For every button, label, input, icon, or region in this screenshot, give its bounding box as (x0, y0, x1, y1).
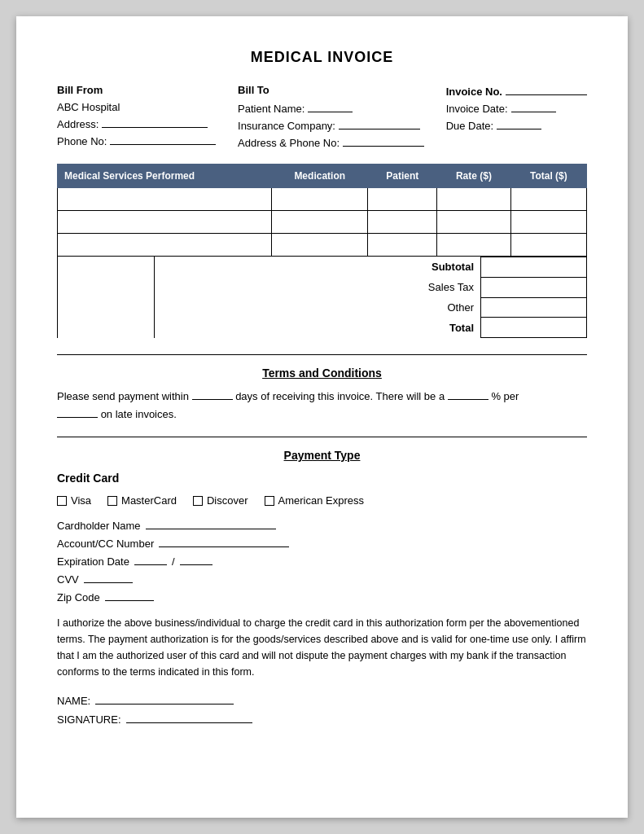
subtotal-value[interactable] (481, 257, 587, 278)
card-types: Visa MasterCard Discover American Expres… (57, 494, 587, 507)
cvv-input[interactable] (84, 572, 133, 583)
invoice-no-label: Invoice No. (446, 86, 502, 98)
amex-label: American Express (278, 494, 364, 507)
row1-services[interactable] (58, 188, 272, 211)
bill-address-line: Address & Phone No: (238, 135, 424, 149)
cvv-label: CVV (57, 573, 79, 586)
other-label: Other (359, 297, 481, 318)
mastercard-label: MasterCard (121, 494, 177, 507)
bill-from-col: Bill From ABC Hospital Address: Phone No… (57, 84, 216, 149)
cardholder-line: Cardholder Name (57, 518, 587, 532)
exp-year-input[interactable] (180, 554, 212, 565)
row1-total[interactable] (510, 188, 586, 211)
amex-option[interactable]: American Express (265, 494, 364, 507)
divider1 (57, 354, 587, 355)
patient-line: Patient Name: (238, 101, 424, 115)
bill-from-company: ABC Hospital (57, 101, 216, 113)
mastercard-option[interactable]: MasterCard (107, 494, 177, 507)
row1-medication[interactable] (272, 188, 368, 211)
due-date-input[interactable] (497, 118, 541, 129)
mastercard-checkbox[interactable] (107, 496, 117, 506)
signature-line: SIGNATURE: (57, 712, 587, 726)
invoice-page: MEDICAL INVOICE Bill From ABC Hospital A… (16, 16, 628, 818)
invoice-date-input[interactable] (511, 101, 556, 112)
terms-section: Terms and Conditions Please send payment… (57, 367, 587, 424)
terms-part2: days of receiving this invoice. There wi… (235, 390, 445, 402)
invoice-title: MEDICAL INVOICE (57, 49, 587, 66)
expiration-label: Expiration Date (57, 555, 129, 568)
visa-checkbox[interactable] (57, 496, 67, 506)
table-row (58, 211, 587, 234)
row2-patient[interactable] (368, 211, 437, 234)
late-input[interactable] (57, 406, 98, 418)
exp-month-input[interactable] (134, 554, 167, 565)
payment-title: Payment Type (57, 449, 587, 462)
invoice-table: Medical Services Performed Medication Pa… (57, 164, 587, 257)
amex-checkbox[interactable] (265, 496, 274, 506)
discover-label: Discover (207, 494, 248, 507)
zip-input[interactable] (105, 590, 154, 601)
zip-label: Zip Code (57, 591, 100, 604)
cardholder-input[interactable] (146, 518, 276, 529)
row3-rate[interactable] (437, 234, 511, 257)
visa-option[interactable]: Visa (57, 494, 91, 507)
subtotal-row: Subtotal (359, 257, 587, 278)
patient-input[interactable] (308, 101, 353, 112)
bill-address-input[interactable] (343, 135, 424, 147)
totals-table: Subtotal Sales Tax Other Total (359, 257, 587, 338)
discover-option[interactable]: Discover (193, 494, 248, 507)
row3-services[interactable] (58, 234, 272, 257)
row1-patient[interactable] (368, 188, 437, 211)
phone-input[interactable] (110, 134, 216, 145)
account-input[interactable] (159, 536, 289, 547)
bill-to-col: Bill To Patient Name: Insurance Company:… (238, 84, 424, 149)
insurance-input[interactable] (339, 118, 420, 129)
row2-medication[interactable] (272, 211, 368, 234)
bill-from-label: Bill From (57, 84, 216, 96)
percent-input[interactable] (448, 388, 488, 400)
days-input[interactable] (192, 388, 233, 400)
row3-total[interactable] (510, 234, 586, 257)
row2-rate[interactable] (437, 211, 511, 234)
col-patient: Patient (368, 165, 437, 188)
signature-section: NAME: SIGNATURE: (57, 693, 587, 726)
bill-address-label: Address & Phone No: (238, 137, 340, 149)
invoice-date-line: Invoice Date: (446, 101, 587, 115)
terms-part1: Please send payment within (57, 390, 189, 402)
address-line: Address: (57, 116, 216, 130)
signature-input[interactable] (126, 712, 252, 723)
name-input[interactable] (95, 693, 234, 705)
name-line: NAME: (57, 693, 587, 707)
subtotal-label: Subtotal (359, 257, 481, 278)
invoice-no-line: Invoice No. (446, 84, 587, 98)
terms-part3: % per (491, 390, 519, 402)
row2-total[interactable] (510, 211, 586, 234)
terms-title: Terms and Conditions (57, 367, 587, 380)
row1-rate[interactable] (437, 188, 511, 211)
due-date-label: Due Date: (446, 120, 494, 132)
row3-medication[interactable] (272, 234, 368, 257)
left-decoration (57, 257, 155, 338)
header-section: Bill From ABC Hospital Address: Phone No… (57, 84, 587, 149)
other-value[interactable] (481, 297, 587, 318)
cvv-line: CVV (57, 572, 587, 586)
sales-tax-value[interactable] (481, 277, 587, 297)
cardholder-label: Cardholder Name (57, 520, 141, 532)
row2-services[interactable] (58, 211, 272, 234)
invoice-date-label: Invoice Date: (446, 103, 508, 115)
signature-label: SIGNATURE: (57, 713, 121, 726)
row3-patient[interactable] (368, 234, 437, 257)
total-value[interactable] (481, 318, 587, 338)
patient-label: Patient Name: (238, 103, 304, 115)
visa-label: Visa (71, 494, 91, 507)
address-input[interactable] (102, 116, 208, 128)
table-row (58, 234, 587, 257)
phone-line: Phone No: (57, 134, 216, 147)
col-rate: Rate ($) (437, 165, 511, 188)
col-services: Medical Services Performed (58, 165, 272, 188)
invoice-no-input[interactable] (506, 84, 587, 95)
credit-card-title: Credit Card (57, 472, 587, 485)
account-line: Account/CC Number (57, 536, 587, 550)
col-total: Total ($) (510, 165, 586, 188)
discover-checkbox[interactable] (193, 496, 203, 506)
